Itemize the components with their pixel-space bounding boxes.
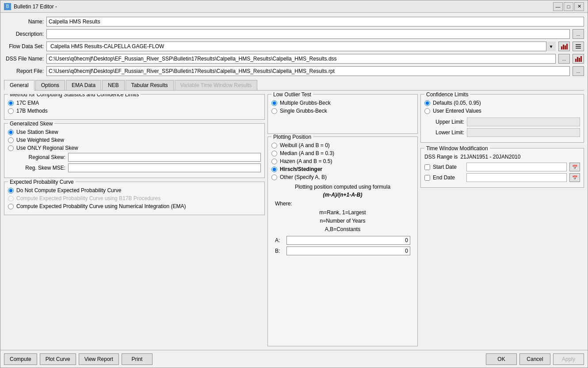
dss-histogram-button[interactable]: [573, 54, 584, 64]
weibull-label[interactable]: Weibull (A and B = 0): [280, 142, 330, 148]
minimize-button[interactable]: —: [553, 2, 563, 11]
user-entered-row: User Entered Values: [424, 108, 580, 114]
use-weighted-skew-label[interactable]: Use Weighted Skew: [16, 137, 64, 143]
flow-data-select[interactable]: Calpella HMS Results-CALPELLA GAGE-FLOW: [46, 42, 556, 51]
start-date-checkbox[interactable]: [424, 164, 430, 170]
method-17c-radio[interactable]: [8, 100, 14, 106]
end-date-picker-button[interactable]: 📅: [569, 173, 580, 182]
compute-numerical-label[interactable]: Compute Expected Probability Curve using…: [16, 203, 186, 209]
start-date-row: Start Date 📅: [424, 163, 580, 171]
regional-skew-field-row: Regional Skew:: [17, 153, 261, 162]
defaults-row: Defaults (0.05, 0.95): [424, 100, 580, 106]
use-only-regional-skew-label[interactable]: Use ONLY Regional Skew: [16, 145, 78, 151]
tab-options[interactable]: Options: [35, 80, 65, 90]
a-label: A:: [275, 237, 284, 243]
hazen-radio[interactable]: [271, 159, 277, 164]
end-date-label[interactable]: End Date: [433, 175, 464, 181]
user-entered-label[interactable]: User Entered Values: [433, 108, 481, 114]
median-label[interactable]: Median (A and B = 0.3): [280, 150, 334, 156]
do-not-compute-radio[interactable]: [8, 188, 14, 193]
dss-file-browse-button[interactable]: ...: [558, 54, 570, 64]
lower-limit-label: Lower Limit:: [429, 129, 464, 136]
description-row: Description: ...: [4, 29, 584, 39]
compute-numerical-radio[interactable]: [8, 204, 14, 209]
tab-tabular-results[interactable]: Tabular Results: [126, 80, 174, 90]
method-17c-label[interactable]: 17C EMA: [16, 100, 39, 106]
single-grubbs-radio[interactable]: [271, 108, 277, 114]
single-grubbs-label[interactable]: Single Grubbs-Beck: [280, 108, 327, 114]
multiple-grubbs-radio[interactable]: [271, 100, 277, 106]
plot-curve-button[interactable]: Plot Curve: [40, 353, 76, 365]
name-input[interactable]: [46, 17, 584, 27]
close-button[interactable]: ✕: [574, 2, 584, 11]
lower-limit-input[interactable]: [467, 128, 580, 137]
flow-data-row: Flow Data Set: Calpella HMS Results-CALP…: [4, 41, 584, 52]
title-bar-text: Bulletin 17 Editor -: [14, 4, 553, 10]
method-17b-label[interactable]: 17B Methods: [16, 108, 48, 114]
median-radio[interactable]: [271, 151, 277, 156]
median-row: Median (A and B = 0.3): [271, 150, 414, 156]
main-panels: Method for Computing Statistics and Conf…: [4, 92, 584, 346]
flow-menu-button[interactable]: [573, 42, 584, 51]
svg-rect-3: [566, 44, 568, 49]
apply-button[interactable]: Apply: [553, 353, 584, 365]
regional-skew-input[interactable]: [68, 153, 261, 162]
hirsch-radio[interactable]: [271, 167, 277, 172]
use-station-skew-label[interactable]: Use Station Skew: [16, 129, 58, 135]
end-date-checkbox[interactable]: [424, 175, 430, 181]
print-button[interactable]: Print: [122, 353, 153, 365]
reg-skew-mse-input[interactable]: [68, 163, 261, 172]
reg-skew-mse-field-row: Reg. Skew MSE:: [17, 163, 261, 172]
reg-skew-mse-label: Reg. Skew MSE:: [17, 165, 65, 171]
use-weighted-skew-radio[interactable]: [8, 137, 14, 143]
use-only-regional-skew-radio[interactable]: [8, 145, 14, 151]
upper-limit-input[interactable]: [467, 118, 580, 126]
dss-file-input[interactable]: [46, 54, 556, 64]
multiple-grubbs-label[interactable]: Multiple Grubbs-Beck: [280, 100, 331, 106]
middle-panel: Low Outlier Test Multiple Grubbs-Beck Si…: [267, 94, 418, 346]
description-browse-button[interactable]: ...: [573, 29, 584, 39]
cancel-button[interactable]: Cancel: [519, 353, 550, 365]
tab-neb[interactable]: NEB: [102, 80, 125, 90]
start-date-label[interactable]: Start Date: [433, 164, 464, 170]
compute-button[interactable]: Compute: [4, 353, 37, 365]
weibull-radio[interactable]: [271, 143, 277, 148]
other-radio[interactable]: [271, 175, 277, 180]
report-file-input[interactable]: [46, 66, 570, 76]
generalized-skew-panel: Generalized Skew Use Station Skew Use We…: [4, 123, 265, 178]
tab-bar: General Options EMA Data NEB Tabular Res…: [4, 80, 584, 91]
plotting-position-panel: Plotting Position Weibull (A and B = 0) …: [267, 137, 418, 346]
a-input[interactable]: [286, 236, 410, 245]
hazen-label[interactable]: Hazen (A and B = 0.5): [280, 158, 332, 164]
method-17b-row: 17B Methods: [8, 108, 261, 114]
multiple-grubbs-row: Multiple Grubbs-Beck: [271, 100, 414, 106]
b-input[interactable]: [286, 247, 410, 255]
weibull-row: Weibull (A and B = 0): [271, 142, 414, 148]
method-17c-row: 17C EMA: [8, 100, 261, 106]
confidence-limits-title: Confidence Limits: [424, 92, 470, 98]
description-input[interactable]: [46, 29, 570, 39]
method-17b-radio[interactable]: [8, 108, 14, 114]
defaults-label[interactable]: Defaults (0.05, 0.95): [433, 100, 481, 106]
histogram-icon-button[interactable]: [558, 42, 570, 51]
defaults-radio[interactable]: [424, 100, 430, 106]
hirsch-label[interactable]: Hirsch/Stedinger: [280, 166, 322, 172]
use-weighted-skew-row: Use Weighted Skew: [8, 137, 261, 143]
do-not-compute-label[interactable]: Do Not Compute Expected Probability Curv…: [16, 187, 121, 193]
report-file-browse-button[interactable]: ...: [573, 66, 584, 76]
tab-ema-data[interactable]: EMA Data: [66, 80, 101, 90]
ok-button[interactable]: OK: [486, 353, 517, 365]
tab-general[interactable]: General: [4, 80, 34, 91]
report-file-label: Report File:: [4, 68, 44, 74]
view-report-button[interactable]: View Report: [79, 353, 119, 365]
svg-rect-2: [565, 46, 566, 49]
end-date-input[interactable]: [466, 173, 567, 182]
description-label: Description:: [4, 31, 44, 37]
other-label[interactable]: Other (Specify A, B): [280, 174, 327, 180]
use-station-skew-radio[interactable]: [8, 129, 14, 135]
restore-button[interactable]: □: [564, 2, 573, 11]
user-entered-radio[interactable]: [424, 108, 430, 114]
right-panel: Confidence Limits Defaults (0.05, 0.95) …: [420, 94, 584, 346]
start-date-picker-button[interactable]: 📅: [569, 163, 580, 171]
start-date-input[interactable]: [466, 163, 567, 171]
